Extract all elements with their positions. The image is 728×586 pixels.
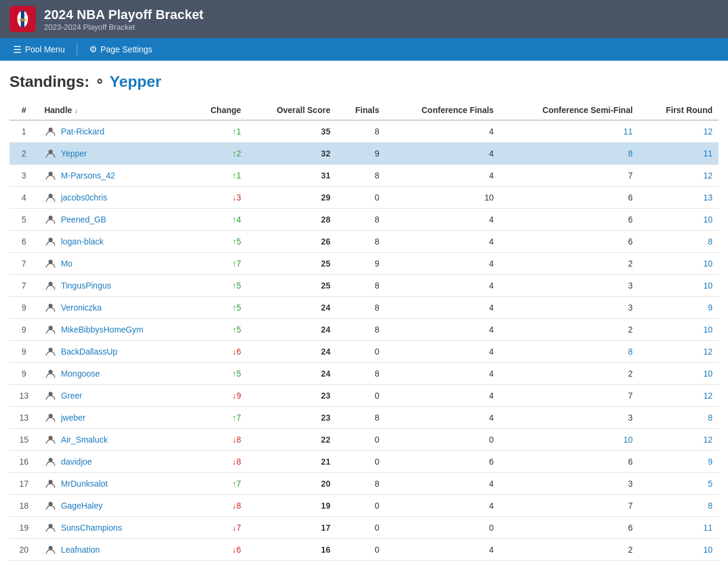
handle-link[interactable]: Pat-Rickard (61, 127, 104, 136)
cell-rank: 9 (10, 319, 38, 341)
handle-link[interactable]: Mo (61, 259, 72, 268)
cell-handle: Greer (38, 385, 189, 407)
cell-rank: 3 (10, 165, 38, 187)
handle-link[interactable]: Veroniczka (61, 303, 101, 312)
table-row: 3M-Parsons_42↑13184712 (10, 165, 718, 187)
cell-rank: 18 (10, 495, 38, 517)
cell-first-round: 12 (639, 429, 718, 451)
col-overall-score: Overall Score (247, 101, 336, 120)
svg-text:NBA: NBA (18, 18, 27, 22)
cell-change: ↓6 (189, 341, 247, 363)
cell-conf-semi: 7 (500, 495, 639, 517)
table-row: 2Yepper↑23294811 (10, 143, 718, 165)
table-row: 5Peened_GB↑42884610 (10, 209, 718, 231)
cell-change: ↑7 (189, 473, 247, 495)
handle-link[interactable]: Yepper (61, 149, 87, 158)
handle-link[interactable]: jacobs0chris (61, 193, 107, 202)
avatar-icon (44, 279, 57, 292)
handle-link[interactable]: SunsChampions (61, 523, 122, 532)
avatar-icon (44, 345, 57, 358)
main-content: Standings: ⚬ Yepper # Handle ↓ Change Ov… (0, 61, 728, 573)
handle-link[interactable]: BackDallassUp (61, 347, 117, 356)
cell-rank: 6 (10, 231, 38, 253)
cell-rank: 5 (10, 209, 38, 231)
cell-conf-finals: 4 (385, 231, 500, 253)
cell-change: ↓9 (189, 385, 247, 407)
cell-conf-semi: 8 (500, 341, 639, 363)
handle-link[interactable]: Air_Smaluck (61, 435, 108, 444)
avatar-icon (44, 301, 57, 314)
cell-conf-semi: 6 (500, 231, 639, 253)
standings-heading: Standings: ⚬ Yepper (10, 73, 718, 91)
col-rank: # (10, 101, 38, 120)
handle-link[interactable]: GageHaley (61, 501, 102, 510)
cell-finals: 0 (336, 187, 385, 209)
cell-conf-semi: 2 (500, 363, 639, 385)
cell-first-round: 10 (639, 209, 718, 231)
handle-link[interactable]: Mongoose (61, 369, 99, 378)
cell-rank: 4 (10, 187, 38, 209)
avatar-icon (44, 125, 57, 138)
handle-link[interactable]: MrDunksalot (61, 479, 108, 488)
cell-conf-finals: 4 (385, 319, 500, 341)
handle-link[interactable]: logan-black (61, 237, 103, 246)
table-row: 20Leafnation↓61604210 (10, 539, 718, 561)
handle-link[interactable]: davidjoe (61, 457, 92, 466)
cell-conf-semi: 10 (500, 429, 639, 451)
header-title: 2024 NBA Playoff Bracket (44, 7, 203, 23)
cell-handle: Veroniczka (38, 297, 189, 319)
cell-change: ↑7 (189, 253, 247, 275)
cell-first-round: 11 (639, 143, 718, 165)
cell-handle: jacobs0chris (38, 187, 189, 209)
cell-first-round: 9 (639, 297, 718, 319)
cell-conf-finals: 4 (385, 209, 500, 231)
cell-conf-semi: 6 (500, 187, 639, 209)
cell-change: ↑5 (189, 363, 247, 385)
handle-link[interactable]: jweber (61, 413, 85, 422)
cell-handle: BackDallassUp (38, 341, 189, 363)
col-finals: Finals (336, 101, 385, 120)
table-row: 9MikeBibbysHomeGym↑52484210 (10, 319, 718, 341)
handle-link[interactable]: Peened_GB (61, 215, 106, 224)
cell-finals: 0 (336, 429, 385, 451)
cell-conf-finals: 4 (385, 385, 500, 407)
cell-finals: 0 (336, 517, 385, 539)
avatar-icon (44, 213, 57, 226)
handle-link[interactable]: MikeBibbysHomeGym (61, 325, 143, 334)
table-row: 9BackDallassUp↓62404812 (10, 341, 718, 363)
cell-handle: Mongoose (38, 363, 189, 385)
cell-handle: logan-black (38, 231, 189, 253)
cell-change: ↓3 (189, 187, 247, 209)
cell-handle: MikeBibbysHomeGym (38, 319, 189, 341)
avatar-icon (44, 367, 57, 380)
cell-rank: 9 (10, 341, 38, 363)
cell-handle: davidjoe (38, 451, 189, 473)
cell-handle: jweber (38, 407, 189, 429)
cell-conf-semi: 2 (500, 319, 639, 341)
cell-rank: 7 (10, 253, 38, 275)
avatar-icon (44, 323, 57, 336)
handle-link[interactable]: M-Parsons_42 (61, 171, 115, 180)
cell-first-round: 13 (639, 187, 718, 209)
table-header: # Handle ↓ Change Overall Score Finals C… (10, 101, 718, 120)
cell-conf-finals: 4 (385, 253, 500, 275)
sort-icon: ↓ (74, 106, 78, 115)
cell-overall-score: 35 (247, 120, 336, 143)
cell-conf-semi: 3 (500, 297, 639, 319)
cell-rank: 16 (10, 451, 38, 473)
cell-handle: Pat-Rickard (38, 120, 189, 143)
cell-overall-score: 26 (247, 231, 336, 253)
cell-conf-semi: 3 (500, 473, 639, 495)
page-settings-label: Page Settings (101, 45, 152, 54)
handle-link[interactable]: TingusPingus (61, 281, 111, 290)
avatar-icon (44, 543, 57, 556)
handle-link[interactable]: Leafnation (61, 545, 99, 554)
pool-menu-button[interactable]: ☰ Pool Menu (6, 40, 72, 59)
col-conf-finals: Conference Finals (385, 101, 500, 120)
cell-conf-finals: 4 (385, 143, 500, 165)
table-row: 9Mongoose↑52484210 (10, 363, 718, 385)
handle-link[interactable]: Greer (61, 391, 82, 400)
avatar-icon (44, 389, 57, 402)
page-settings-button[interactable]: ⚙ Page Settings (82, 40, 159, 58)
cell-overall-score: 20 (247, 473, 336, 495)
